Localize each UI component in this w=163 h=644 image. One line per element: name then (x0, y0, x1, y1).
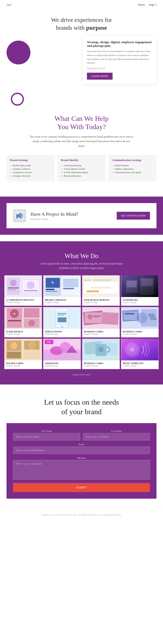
nav-home[interactable]: Home (138, 3, 145, 6)
project-heading: Have A Project In Mind? (31, 211, 78, 217)
svg-text:Get Fre SEO Analysis: Get Fre SEO Analysis (91, 286, 111, 289)
item-title: BUSINESS CARDS (84, 330, 118, 333)
project-freepik: Image from Freepik (31, 218, 78, 220)
portfolio-label-poster: POSTER CARDS Graphic Design (4, 360, 42, 369)
list-item: Competitive review (10, 171, 51, 174)
ring-decoration (11, 93, 24, 106)
help-card-brand-strategy: Brand strategy Brand equity audit Audien… (7, 155, 55, 182)
item-title: WEB DESIGN WEBSITE (84, 299, 118, 301)
svg-rect-79 (58, 318, 67, 322)
portfolio-label-brand: BRAND CAMPAIGN Graphic Design (43, 297, 81, 306)
submit-button[interactable]: SUBMIT (13, 483, 150, 492)
portfolio-item-biz2[interactable]: BUSINESS CARDS Graphic Design (121, 307, 159, 338)
portfolio-item-music[interactable]: MUSIC TEMPLATE Graphic Design (121, 339, 159, 369)
hero-card-body: Duis aute irure dolor in reprehenderit i… (87, 50, 152, 65)
portfolio-item-lightboxes[interactable]: LIGHTBOXES Graphic Design (121, 275, 159, 306)
portfolio-item-flyer[interactable]: ★ FLYER DESIGN Graphic Design (4, 307, 42, 338)
first-name-label: First Name (13, 430, 80, 432)
last-name-input[interactable] (83, 433, 150, 440)
svg-rect-63 (127, 281, 137, 287)
item-title: MUSIC TEMPLATE (123, 362, 157, 364)
last-name-label: Last Name (83, 430, 150, 432)
list-item: Icon & illustration guides (61, 171, 102, 174)
card-title-brand-identity: Brand identity (61, 158, 102, 162)
message-group: Message (13, 456, 150, 480)
list-item: Audience analysis (10, 168, 51, 170)
what-we-do-section: What We Do Lorem ipsum dolor sit amet, c… (0, 241, 163, 384)
project-banner-content: Have A Project In Mind? Image from Freep… (7, 203, 156, 228)
wwd-subtitle: Lorem ipsum dolor sit amet, consectetur … (38, 262, 125, 270)
item-category: Graphic Design (6, 364, 40, 367)
item-category: Graphic Design (45, 301, 79, 304)
portfolio-img-brand: b (43, 275, 81, 297)
portfolio-item-biz1[interactable]: BUSINESS CARDS Graphic Design (82, 307, 120, 338)
contact-form-section: First Name Last Name Email Message SUBMI… (7, 423, 156, 498)
nav-page3[interactable]: Page 3 (149, 3, 156, 6)
message-textarea[interactable] (13, 460, 150, 480)
item-category: Graphic Design (6, 301, 40, 304)
item-category: Graphic Design (84, 364, 118, 367)
list-item: Strategic direction (10, 174, 51, 177)
item-category: Digital Design (45, 364, 79, 367)
wwd-heading: What We Do (4, 252, 159, 260)
svg-point-52 (85, 280, 86, 281)
email-input[interactable] (13, 446, 150, 454)
portfolio-item-brand-campaign[interactable]: b BRAND CAMPAIGN Graphic Design (43, 275, 81, 306)
svg-rect-85 (93, 316, 101, 316)
svg-point-34 (10, 280, 17, 286)
item-category: Graphic Design (84, 333, 118, 335)
nav-links: Home Page 3 (138, 3, 156, 6)
svg-point-117 (130, 348, 134, 352)
item-title: POSTER CARDS (6, 362, 40, 364)
list-item: Brand equity audit (10, 164, 51, 167)
item-title: A CORPORATE IDENTITY (6, 299, 40, 301)
navbar: logo Home Page 3 (0, 0, 163, 10)
item-category: Digital Design (45, 333, 79, 335)
list-item: Communication style guide (112, 171, 153, 174)
portfolio-label-music: MUSIC TEMPLATE Graphic Design (121, 360, 159, 369)
list-item: Verbal identity (112, 164, 153, 167)
first-name-input[interactable] (13, 433, 80, 440)
help-section: What Can We Help You With Today? The res… (0, 97, 163, 190)
portfolio-item-corporate-identity[interactable]: A CORPORATE IDENTITY Graphic Design (4, 275, 42, 306)
portfolio-img-biz3 (82, 339, 120, 360)
list-item: Tagline exploration (112, 168, 153, 170)
get-started-button[interactable]: GET STARTED NOW (117, 212, 150, 220)
svg-text:★: ★ (13, 312, 16, 315)
svg-point-76 (61, 326, 63, 328)
brand-identity-list: Visual positioning Visual identity syste… (61, 164, 102, 177)
portfolio-img-light (121, 275, 159, 297)
portfolio-grid-row1: A CORPORATE IDENTITY Graphic Design b (4, 275, 159, 306)
portfolio-item-poster[interactable]: POSTER CARDS Graphic Design (4, 339, 42, 369)
portfolio-item-biz3[interactable]: BUSINESS CARDS Graphic Design (82, 339, 120, 369)
svg-point-101 (28, 341, 36, 349)
svg-rect-36 (8, 290, 16, 290)
portfolio-item-animation[interactable]: GIF ANIMATION Digital Design (43, 339, 81, 369)
help-card-communication: Communication strategy Verbal identity T… (108, 155, 156, 182)
portfolio-img-poster (4, 339, 42, 360)
svg-rect-64 (141, 278, 153, 286)
megaphone-icon (13, 209, 26, 222)
portfolio-label-web: WEB DESIGN WEBSITE Graphic Design (82, 297, 120, 306)
item-category: Graphic Design (123, 364, 157, 367)
learn-more-button[interactable]: LEARN MORE (87, 73, 113, 80)
svg-rect-31 (17, 217, 18, 219)
item-category: Graphic Design (84, 301, 118, 304)
svg-rect-77 (58, 313, 67, 314)
wwd-freepik-note: Images from Freepik (4, 370, 159, 378)
svg-rect-86 (93, 318, 99, 318)
email-group: Email (13, 443, 150, 454)
svg-rect-55 (93, 279, 111, 281)
item-title: BUSINESS CARDS (84, 362, 118, 364)
first-name-group: First Name (13, 430, 80, 440)
list-item: Visual positioning (61, 164, 102, 167)
svg-rect-39 (24, 290, 38, 291)
portfolio-item-web-design[interactable]: Get Fre SEO Analysis Get In Touch WEB DE… (82, 275, 120, 306)
form-email-row: Email (13, 443, 150, 454)
list-item: Visual identity system (61, 168, 102, 170)
hero-text-card: Strategy, design, digital, employee enga… (83, 36, 156, 84)
svg-text:b: b (52, 280, 54, 284)
list-item: Brand application (61, 174, 102, 177)
portfolio-item-applications[interactable]: APPLICATIONS Digital Design (43, 307, 81, 338)
svg-rect-78 (58, 315, 64, 316)
